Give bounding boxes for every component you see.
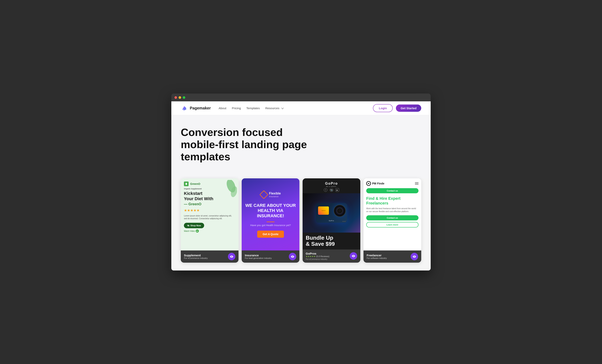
insurance-view-button[interactable] <box>289 253 296 260</box>
card-insurance-footer: Insurance For lead generation industry <box>242 250 300 263</box>
card-insurance: Flexible Insurance WE CARE ABOUT YOUR HE… <box>242 178 300 263</box>
pm-logo-circle <box>366 181 371 186</box>
card-footer-sub-freelancer: For software industry <box>367 257 387 259</box>
camera-dots <box>343 221 346 222</box>
gopro-instagram-icon: 📷 <box>330 188 333 192</box>
eye-icon <box>230 255 233 258</box>
gopro-tagline-small: Be a HERO. <box>304 186 359 187</box>
browser-titlebar <box>171 94 431 101</box>
svg-point-7 <box>353 256 354 256</box>
pm-description: Work with the best freelance talent from… <box>366 207 419 213</box>
card-supplement: GreenO Organic Supplement! Kickstart You… <box>181 178 238 263</box>
minimize-button[interactable] <box>179 96 181 99</box>
menu-bar-3 <box>415 184 419 185</box>
pm-contact-button-top[interactable]: Contact us <box>366 188 419 193</box>
freelancer-view-button[interactable] <box>411 253 418 260</box>
gopro-camera: HERO9 GoPro <box>314 200 349 226</box>
card-footer-title-freelancer: Freelancer <box>367 254 387 257</box>
pm-learn-button[interactable]: Learn more <box>366 222 419 227</box>
greeno-brand-name: GreenO <box>190 182 200 185</box>
nav-left: Pagemaker About Pricing Templates Resour… <box>181 105 284 112</box>
watch-video-link[interactable]: Watch Video ▶ <box>184 229 235 233</box>
nav-right: Login Get Started <box>373 104 421 112</box>
camera-lens <box>333 204 346 217</box>
login-button[interactable]: Login <box>373 104 393 112</box>
cards-grid: GreenO Organic Supplement! Kickstart You… <box>171 178 431 270</box>
gopro-stars: ★★★★★ <box>306 255 316 257</box>
card-supplement-footer: Supplement For eCommerce industry <box>181 250 238 263</box>
pm-logo-dot <box>368 183 369 184</box>
supplement-view-button[interactable] <box>228 253 235 260</box>
card-footer-info-gopro: GoPros ★★★★★ (5.0 Reviews) For eCommerce… <box>306 252 329 260</box>
eye-icon-freelancer <box>413 255 416 258</box>
card-footer-title: Supplement <box>184 254 208 257</box>
card-footer-info-insurance: Insurance For lead generation industry <box>245 254 272 259</box>
nav-pricing[interactable]: Pricing <box>232 107 241 110</box>
gopro-social: f 📷 ▶ <box>304 188 359 192</box>
svg-point-3 <box>231 256 232 257</box>
pm-brand-name: PM Finde <box>372 182 384 185</box>
greeno-stars: ★★★★★ <box>184 208 235 213</box>
get-started-button[interactable]: Get Started <box>396 105 421 112</box>
chevron-down-icon <box>281 108 284 109</box>
nav-links: About Pricing Templates Resources <box>219 107 284 110</box>
gopro-facebook-icon: f <box>324 188 327 192</box>
gopro-logo-text: GoPro <box>304 182 359 186</box>
greeno-logo-icon <box>184 182 189 186</box>
pm-logo: PM Finde <box>366 181 384 186</box>
gopro-youtube-icon: ▶ <box>336 188 339 192</box>
card-footer-desc-gopro: For eCommerce industry <box>306 258 329 260</box>
nav-resources[interactable]: Resources <box>265 107 284 110</box>
gopro-text-overlay: Bundle Up& Save $99 <box>302 233 360 249</box>
gopro-top: GoPro Be a HERO. f 📷 ▶ <box>302 178 360 193</box>
card-gopro-preview: GoPro Be a HERO. f 📷 ▶ <box>302 178 360 249</box>
browser-content: Pagemaker About Pricing Templates Resour… <box>171 101 431 270</box>
svg-point-5 <box>292 256 293 257</box>
card-footer-sub-gopro: ★★★★★ (5.0 Reviews) <box>306 255 329 258</box>
leaf-decoration <box>221 180 237 200</box>
card-footer-sub-insurance: For lead generation industry <box>245 257 272 259</box>
pm-headline: Find & Hire Expert Freelancers <box>366 196 419 205</box>
pm-menu-icon[interactable] <box>415 182 419 185</box>
gopro-view-button[interactable] <box>350 252 357 260</box>
greeno-lorem: Lorem ipsum dolor sit amet, consectetur … <box>184 214 235 220</box>
card-freelancer: PM Finde Contact us Find & Hire Expert F… <box>364 178 421 263</box>
card-footer-title-gopro: GoPros <box>306 252 329 255</box>
shop-icon: 🛍 <box>187 224 189 227</box>
svg-point-9 <box>414 256 415 257</box>
navigation: Pagemaker About Pricing Templates Resour… <box>171 101 431 115</box>
menu-bar-2 <box>415 183 419 184</box>
hero-title: Conversion focused mobile-first landing … <box>181 126 314 163</box>
hero-section: Conversion focused mobile-first landing … <box>171 115 431 178</box>
insurance-bg <box>242 178 300 250</box>
nav-about[interactable]: About <box>219 107 226 110</box>
gopro-product-image: HERO9 GoPro <box>302 193 360 233</box>
logo-icon <box>181 105 188 112</box>
menu-bar-1 <box>415 182 419 183</box>
play-icon: ▶ <box>196 229 199 233</box>
card-footer-info-freelancer: Freelancer For software industry <box>367 254 387 259</box>
logo[interactable]: Pagemaker <box>181 105 211 112</box>
card-footer-title-insurance: Insurance <box>245 254 272 257</box>
card-insurance-preview: Flexible Insurance WE CARE ABOUT YOUR HE… <box>242 178 300 250</box>
nav-resources-label: Resources <box>265 107 280 110</box>
nav-templates[interactable]: Templates <box>246 107 260 110</box>
card-freelancer-footer: Freelancer For software industry <box>364 250 421 263</box>
card-supplement-preview: GreenO Organic Supplement! Kickstart You… <box>181 178 238 250</box>
close-button[interactable] <box>174 96 177 99</box>
greeno-sub: — GreenO <box>184 202 235 206</box>
card-gopro: GoPro Be a HERO. f 📷 ▶ <box>302 178 360 263</box>
card-gopro-footer: GoPros ★★★★★ (5.0 Reviews) For eCommerce… <box>302 249 360 263</box>
gopro-camera-logo: GoPro <box>329 220 334 221</box>
logo-text: Pagemaker <box>190 106 211 110</box>
maximize-button[interactable] <box>183 96 185 99</box>
gopro-bundle-text: Bundle Up& Save $99 <box>306 235 357 247</box>
card-footer-sub: For eCommerce industry <box>184 257 208 259</box>
card-freelancer-preview: PM Finde Contact us Find & Hire Expert F… <box>364 178 421 250</box>
camera-screen: HERO9 <box>318 206 329 215</box>
pm-contact-button-bottom[interactable]: Contact us <box>366 215 419 220</box>
eye-icon-gopro <box>352 254 355 258</box>
greeno-shop-btn[interactable]: 🛍 Shop Now <box>184 223 204 228</box>
pm-header: PM Finde <box>366 181 419 186</box>
card-footer-info: Supplement For eCommerce industry <box>184 254 208 259</box>
